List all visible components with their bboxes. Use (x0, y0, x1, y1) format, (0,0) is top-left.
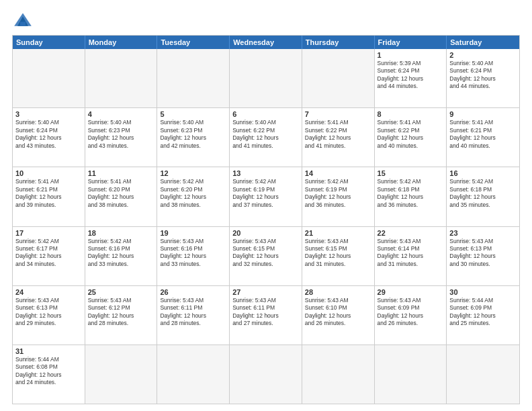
day-number: 10 (15, 169, 82, 177)
calendar-cell: 26Sunrise: 5:43 AM Sunset: 6:11 PM Dayli… (157, 286, 230, 345)
day-number: 4 (88, 110, 154, 118)
calendar-cell: 3Sunrise: 5:40 AM Sunset: 6:24 PM Daylig… (13, 108, 85, 167)
day-info: Sunrise: 5:42 AM Sunset: 6:17 PM Dayligh… (15, 238, 82, 269)
day-info: Sunrise: 5:44 AM Sunset: 6:09 PM Dayligh… (449, 297, 517, 328)
weekday-header-friday: Friday (375, 36, 447, 49)
logo (12, 11, 36, 30)
calendar-cell (447, 345, 519, 404)
day-number: 20 (232, 229, 299, 237)
page: SundayMondayTuesdayWednesdayThursdayFrid… (0, 0, 532, 411)
calendar-row-6: 31Sunrise: 5:44 AM Sunset: 6:08 PM Dayli… (13, 345, 519, 404)
calendar-cell: 8Sunrise: 5:41 AM Sunset: 6:22 PM Daylig… (375, 108, 447, 167)
day-number: 26 (160, 288, 226, 296)
calendar-cell (13, 49, 85, 107)
day-number: 9 (449, 110, 517, 118)
day-number: 16 (449, 169, 517, 177)
day-number: 27 (232, 288, 299, 296)
day-info: Sunrise: 5:43 AM Sunset: 6:16 PM Dayligh… (160, 238, 226, 269)
calendar-cell: 16Sunrise: 5:42 AM Sunset: 6:18 PM Dayli… (447, 167, 519, 226)
weekday-header-tuesday: Tuesday (157, 36, 230, 49)
day-number: 14 (305, 169, 371, 177)
calendar-cell (375, 345, 447, 404)
weekday-header-thursday: Thursday (302, 36, 375, 49)
day-number: 28 (305, 288, 371, 296)
day-number: 3 (15, 110, 82, 118)
calendar-row-5: 24Sunrise: 5:43 AM Sunset: 6:13 PM Dayli… (13, 285, 519, 345)
calendar-row-4: 17Sunrise: 5:42 AM Sunset: 6:17 PM Dayli… (13, 226, 519, 285)
day-number: 24 (15, 288, 82, 296)
day-number: 5 (160, 110, 226, 118)
calendar-cell (85, 345, 158, 404)
day-info: Sunrise: 5:42 AM Sunset: 6:16 PM Dayligh… (88, 238, 154, 269)
generalblue-icon (12, 11, 34, 30)
day-info: Sunrise: 5:40 AM Sunset: 6:24 PM Dayligh… (449, 60, 517, 91)
day-info: Sunrise: 5:43 AM Sunset: 6:15 PM Dayligh… (305, 238, 371, 269)
day-info: Sunrise: 5:43 AM Sunset: 6:10 PM Dayligh… (305, 297, 371, 328)
day-info: Sunrise: 5:43 AM Sunset: 6:12 PM Dayligh… (88, 297, 154, 328)
day-number: 7 (305, 110, 371, 118)
weekday-header-wednesday: Wednesday (230, 36, 302, 49)
calendar-cell: 24Sunrise: 5:43 AM Sunset: 6:13 PM Dayli… (13, 286, 85, 345)
calendar-cell (157, 49, 230, 107)
day-info: Sunrise: 5:41 AM Sunset: 6:22 PM Dayligh… (378, 119, 444, 150)
day-number: 11 (88, 169, 154, 177)
day-info: Sunrise: 5:39 AM Sunset: 6:24 PM Dayligh… (378, 60, 444, 91)
day-info: Sunrise: 5:44 AM Sunset: 6:08 PM Dayligh… (15, 356, 82, 387)
calendar-cell: 11Sunrise: 5:41 AM Sunset: 6:20 PM Dayli… (85, 167, 158, 226)
weekday-header-saturday: Saturday (447, 36, 519, 49)
calendar-cell: 10Sunrise: 5:41 AM Sunset: 6:21 PM Dayli… (13, 167, 85, 226)
calendar-cell: 31Sunrise: 5:44 AM Sunset: 6:08 PM Dayli… (13, 345, 85, 404)
day-number: 21 (305, 229, 371, 237)
calendar-cell: 15Sunrise: 5:42 AM Sunset: 6:18 PM Dayli… (375, 167, 447, 226)
day-number: 6 (232, 110, 299, 118)
calendar-cell: 25Sunrise: 5:43 AM Sunset: 6:12 PM Dayli… (85, 286, 158, 345)
day-info: Sunrise: 5:42 AM Sunset: 6:20 PM Dayligh… (160, 178, 226, 209)
day-number: 13 (232, 169, 299, 177)
calendar-cell: 7Sunrise: 5:41 AM Sunset: 6:22 PM Daylig… (302, 108, 375, 167)
calendar-row-2: 3Sunrise: 5:40 AM Sunset: 6:24 PM Daylig… (13, 107, 519, 167)
calendar-cell: 13Sunrise: 5:42 AM Sunset: 6:19 PM Dayli… (230, 167, 302, 226)
day-info: Sunrise: 5:41 AM Sunset: 6:21 PM Dayligh… (15, 178, 82, 209)
calendar-cell: 30Sunrise: 5:44 AM Sunset: 6:09 PM Dayli… (447, 286, 519, 345)
calendar-cell: 28Sunrise: 5:43 AM Sunset: 6:10 PM Dayli… (302, 286, 375, 345)
day-number: 22 (378, 229, 444, 237)
day-info: Sunrise: 5:41 AM Sunset: 6:22 PM Dayligh… (305, 119, 371, 150)
calendar-cell: 9Sunrise: 5:41 AM Sunset: 6:21 PM Daylig… (447, 108, 519, 167)
day-info: Sunrise: 5:43 AM Sunset: 6:14 PM Dayligh… (378, 238, 444, 269)
calendar-cell: 20Sunrise: 5:43 AM Sunset: 6:15 PM Dayli… (230, 227, 302, 285)
day-info: Sunrise: 5:40 AM Sunset: 6:22 PM Dayligh… (232, 119, 299, 150)
day-number: 8 (378, 110, 444, 118)
day-info: Sunrise: 5:42 AM Sunset: 6:19 PM Dayligh… (232, 178, 299, 209)
day-number: 18 (88, 229, 154, 237)
day-number: 29 (378, 288, 444, 296)
calendar-cell: 1Sunrise: 5:39 AM Sunset: 6:24 PM Daylig… (375, 49, 447, 107)
day-info: Sunrise: 5:42 AM Sunset: 6:19 PM Dayligh… (305, 178, 371, 209)
day-info: Sunrise: 5:43 AM Sunset: 6:09 PM Dayligh… (378, 297, 444, 328)
calendar-cell (230, 49, 302, 107)
calendar-cell: 22Sunrise: 5:43 AM Sunset: 6:14 PM Dayli… (375, 227, 447, 285)
calendar-cell (302, 49, 375, 107)
calendar-cell: 14Sunrise: 5:42 AM Sunset: 6:19 PM Dayli… (302, 167, 375, 226)
calendar-cell: 4Sunrise: 5:40 AM Sunset: 6:23 PM Daylig… (85, 108, 158, 167)
calendar-cell (157, 345, 230, 404)
svg-rect-2 (20, 21, 26, 26)
day-number: 25 (88, 288, 154, 296)
calendar-cell: 29Sunrise: 5:43 AM Sunset: 6:09 PM Dayli… (375, 286, 447, 345)
calendar: SundayMondayTuesdayWednesdayThursdayFrid… (12, 35, 520, 404)
day-info: Sunrise: 5:41 AM Sunset: 6:20 PM Dayligh… (88, 178, 154, 209)
day-info: Sunrise: 5:43 AM Sunset: 6:15 PM Dayligh… (232, 238, 299, 269)
weekday-header-sunday: Sunday (13, 36, 85, 49)
calendar-cell (85, 49, 158, 107)
calendar-cell: 27Sunrise: 5:43 AM Sunset: 6:11 PM Dayli… (230, 286, 302, 345)
day-info: Sunrise: 5:42 AM Sunset: 6:18 PM Dayligh… (449, 178, 517, 209)
weekday-header-monday: Monday (85, 36, 158, 49)
calendar-cell (230, 345, 302, 404)
day-number: 12 (160, 169, 226, 177)
calendar-row-1: 1Sunrise: 5:39 AM Sunset: 6:24 PM Daylig… (13, 49, 519, 107)
calendar-row-3: 10Sunrise: 5:41 AM Sunset: 6:21 PM Dayli… (13, 167, 519, 226)
day-info: Sunrise: 5:40 AM Sunset: 6:23 PM Dayligh… (88, 119, 154, 150)
calendar-header: SundayMondayTuesdayWednesdayThursdayFrid… (13, 36, 519, 49)
day-info: Sunrise: 5:43 AM Sunset: 6:13 PM Dayligh… (15, 297, 82, 328)
calendar-cell: 19Sunrise: 5:43 AM Sunset: 6:16 PM Dayli… (157, 227, 230, 285)
calendar-cell: 2Sunrise: 5:40 AM Sunset: 6:24 PM Daylig… (447, 49, 519, 107)
